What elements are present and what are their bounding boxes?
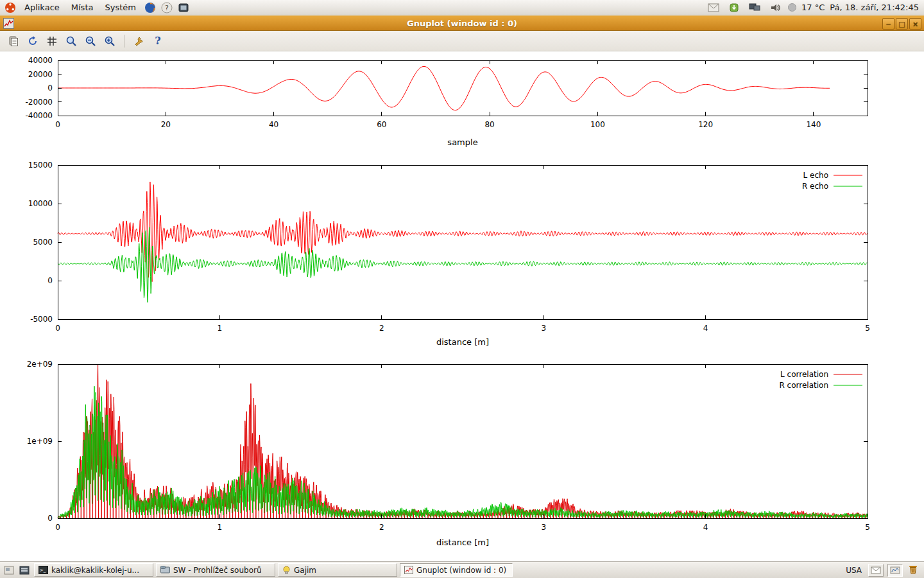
taskbar-item-gajim[interactable]: Gajim [278,563,397,577]
svg-text:?: ? [165,4,169,12]
svg-text:-40000: -40000 [25,111,53,120]
minimize-button[interactable]: ─ [882,18,894,30]
settings-wrench-button[interactable] [130,33,147,49]
svg-text:0: 0 [47,276,53,285]
svg-text:40000: 40000 [28,56,53,65]
file-manager-icon [160,566,170,574]
svg-text:60: 60 [377,120,386,129]
svg-text:5: 5 [865,523,870,532]
volume-icon[interactable] [769,1,782,14]
svg-text:2: 2 [379,523,384,532]
svg-text:100: 100 [590,120,605,129]
svg-text:0: 0 [47,83,53,92]
gnuplot-window-icon [3,18,14,29]
svg-text:20: 20 [161,120,171,129]
svg-text:distance [m]: distance [m] [436,337,489,347]
svg-text:120: 120 [698,120,713,129]
menu-applications[interactable]: Aplikace [19,1,65,13]
svg-text:0: 0 [47,514,53,523]
gnuplot-canvas: 020406080100120140-40000-200000200004000… [0,51,924,561]
svg-text:0: 0 [55,120,60,129]
svg-text:-20000: -20000 [25,98,53,107]
weather-icon[interactable] [788,3,796,12]
svg-text:sample: sample [447,137,477,147]
svg-text:2: 2 [379,324,384,333]
window-list-button[interactable] [17,564,31,577]
toolbar-separator [124,35,124,48]
taskbar-item-label: kaklik@kaklik-kolej-u... [51,566,139,575]
taskbar-item-file-browser[interactable]: SW - Prohlížeč souborů [156,563,275,577]
help-launcher-icon[interactable]: ? [160,1,173,14]
gnuplot-toolbar: ? [0,31,924,51]
plot-correlation-distance: 01234501e+092e+09L correlationR correlat… [0,356,924,567]
monitor-applet-button[interactable] [887,564,903,577]
zoom-region-button[interactable] [63,33,80,49]
replot-button[interactable] [24,33,41,49]
zoom-next-button[interactable] [101,33,118,49]
svg-text:1e+09: 1e+09 [27,437,53,446]
svg-text:4: 4 [703,523,708,532]
terminal-icon: >_ [38,566,48,574]
svg-text:>_: >_ [40,568,46,573]
svg-text:15000: 15000 [28,161,53,170]
svg-text:5: 5 [865,324,870,333]
svg-text:R correlation: R correlation [779,381,828,390]
taskbar-item-label: Gajim [294,566,316,575]
plot-echo-distance: 012345-5000050001000015000L echoR echodi… [0,159,924,356]
trash-applet-icon[interactable] [907,563,920,577]
show-desktop-button[interactable] [2,564,16,577]
svg-text:0: 0 [55,324,60,333]
svg-text:40: 40 [269,120,278,129]
zoom-previous-button[interactable] [82,33,99,49]
svg-text:3: 3 [541,523,546,532]
plot-signal-sample: 020406080100120140-40000-200000200004000… [0,51,924,159]
mail-tray-button[interactable] [868,564,884,577]
plot-svg: 020406080100120140-40000-200000200004000… [0,51,924,157]
plot-svg: 012345-5000050001000015000L echoR echodi… [0,159,924,355]
display-settings-icon[interactable] [748,1,761,14]
svg-text:10000: 10000 [28,199,53,208]
clock-applet[interactable]: Pá, 18. září, 21:42:45 [830,3,919,12]
svg-text:80: 80 [484,120,494,129]
toggle-grid-button[interactable] [44,33,60,49]
screenshot-launcher-icon[interactable] [177,1,190,14]
mail-notification-icon[interactable] [707,1,720,14]
svg-text:distance [m]: distance [m] [436,538,489,547]
taskbar-item-label: Gnuplot (window id : 0) [416,566,506,575]
svg-text:4: 4 [703,324,708,333]
menu-system[interactable]: Systém [99,1,141,13]
svg-text:0: 0 [55,523,60,532]
gnome-top-panel: Aplikace Místa Systém ? 17 °C Pá, 18. zá… [0,0,924,15]
bottom-taskbar: >_ kaklik@kaklik-kolej-u... SW - Prohlíž… [0,561,924,578]
svg-text:5000: 5000 [33,238,53,247]
svg-text:2e+09: 2e+09 [27,360,53,369]
firefox-launcher-icon[interactable] [144,1,157,14]
temperature-indicator[interactable]: 17 °C [801,3,825,12]
keyboard-layout-indicator[interactable]: USA [843,566,864,575]
maximize-button[interactable]: □ [896,18,908,30]
plot-svg: 01234501e+092e+09L correlationR correlat… [0,356,924,565]
taskbar-item-gnuplot[interactable]: Gnuplot (window id : 0) [400,563,513,577]
software-update-icon[interactable] [728,1,740,14]
menu-places[interactable]: Místa [66,1,99,13]
copy-to-clipboard-button[interactable] [5,33,22,49]
svg-text:L echo: L echo [803,171,828,180]
svg-text:20000: 20000 [28,70,53,79]
svg-text:L correlation: L correlation [780,370,828,379]
svg-text:140: 140 [806,120,821,129]
gnuplot-icon [404,566,413,574]
svg-text:R echo: R echo [802,182,828,191]
help-button[interactable]: ? [150,33,166,49]
ubuntu-logo-icon[interactable] [4,1,17,14]
taskbar-item-terminal[interactable]: >_ kaklik@kaklik-kolej-u... [34,563,153,577]
svg-text:3: 3 [541,324,546,333]
svg-text:1: 1 [218,324,223,333]
close-button[interactable]: × [909,18,921,30]
window-title: Gnuplot (window id : 0) [407,19,517,28]
gnuplot-window-titlebar[interactable]: Gnuplot (window id : 0) ─ □ × [0,15,924,31]
svg-text:1: 1 [218,523,223,532]
gajim-icon [282,566,291,574]
taskbar-item-label: SW - Prohlížeč souborů [173,566,262,575]
svg-text:-5000: -5000 [30,315,53,324]
